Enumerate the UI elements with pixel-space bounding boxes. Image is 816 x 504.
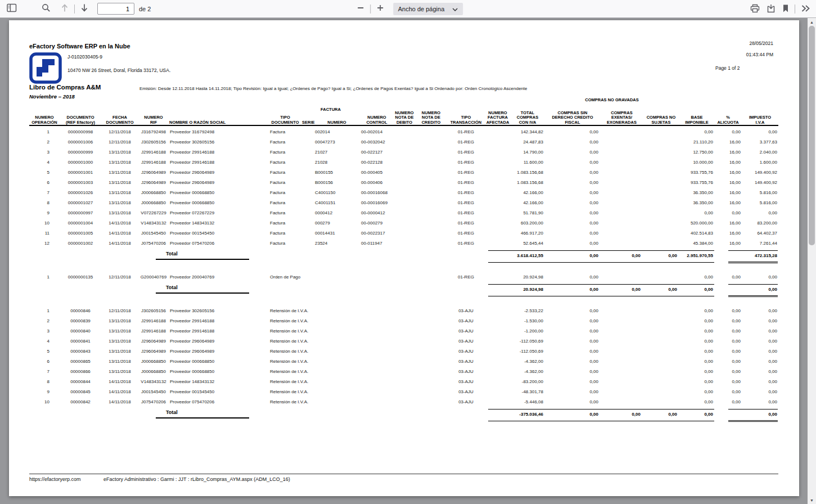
table-cell [485,272,511,282]
table-cell [415,238,447,249]
column-group-header: COMPRAS NO GRAVADAS [544,97,679,102]
table-cell: 16,00 [714,198,742,208]
table-cell: J316792498 [138,127,169,137]
table-cell [643,377,679,387]
table-cell: 0,00 [714,367,742,377]
table-cell: 3 [29,326,60,336]
table-cell: J302605156 [138,137,169,147]
table-cell: 00-002014 [360,127,394,137]
table-cell: -1.200,00 [511,326,544,336]
table-cell: 1 [29,272,60,282]
next-page-button[interactable] [78,2,91,16]
table-cell: J299146188 [138,147,169,158]
table-cell [394,158,415,168]
table-cell [314,346,360,357]
table-cell: 24.487,83 [511,137,544,147]
table-cell [643,238,679,249]
scroll-up-icon[interactable]: ▲ [808,18,816,26]
table-cell [485,397,511,407]
table-cell: Proveedor 299146188 [169,158,269,168]
table-cell [394,367,415,377]
previous-page-button[interactable] [58,2,71,16]
table-cell [415,306,447,316]
table-cell [415,285,447,295]
table-cell: 01-REG [447,188,485,198]
table-row: 3000000099913/11/2018J299146188Proveedor… [29,147,778,158]
scrollbar-thumb[interactable] [809,26,815,245]
table-cell: 0,00 [714,357,742,367]
table-cell [360,367,394,377]
table-cell [485,158,511,168]
table-cell [601,326,643,336]
bookmark-button[interactable] [780,2,791,16]
bookmark-icon [782,4,789,15]
zoom-out-button[interactable] [354,2,367,16]
table-cell [643,346,679,357]
table-cell [643,367,679,377]
table-cell [485,357,511,367]
table-cell: 51.781,90 [511,208,544,218]
table-cell [415,387,447,397]
table-cell: 03-AJU [447,387,485,397]
column-header: NUMERO [314,120,360,125]
table-cell: 10.000,00 [679,158,714,168]
column-header: DOCUMENTO (REF Efactory) [60,115,101,125]
table-cell: Factura [269,168,301,178]
table-cell: 14/11/2018 [101,218,138,228]
table-cell: 1 [29,306,60,316]
table-cell: 0,00 [544,218,601,228]
table-cell: 13/11/2018 [101,357,138,367]
table-row: 9000000099713/11/2018V072267229Proveedor… [29,208,778,218]
table-cell: 42.166,00 [511,188,544,198]
table-cell [360,272,394,282]
table-cell: Proveedor 072267229 [169,208,269,218]
table-cell [360,377,394,387]
table-cell: 01-REG [447,168,485,178]
table-cell [301,410,314,420]
table-cell [301,168,314,178]
table-cell [447,251,485,261]
table-cell [101,251,138,261]
table-cell [415,178,447,188]
table-cell: -1.530,00 [511,316,544,326]
table-cell: 14/11/2018 [101,238,138,249]
table-cell: 16,00 [714,147,742,158]
scroll-down-icon[interactable]: ▼ [808,496,816,504]
table-cell: 3.377,63 [742,137,778,147]
table-cell: 16,00 [714,178,742,188]
table-cell [714,251,742,261]
table-row: 7000000102613/11/2018J000668850Proveedor… [29,188,778,198]
table-cell [301,377,314,387]
table-cell: 0000001003 [60,178,101,188]
save-button[interactable] [764,2,778,16]
tools-menu-button[interactable] [799,2,813,16]
table-cell: 0000000997 [60,208,101,218]
table-cell: 0,00 [544,168,601,178]
table-cell: J299146188 [138,326,169,336]
table-cell [301,198,314,208]
table-cell: 13/11/2018 [101,147,138,158]
table-cell: Proveedor 200040769 [169,272,269,282]
table-cell: 03-AJU [447,397,485,407]
table-cell [394,178,415,188]
table-cell: 0,00 [714,127,742,137]
column-header: COMPRAS NO SUJETAS [643,115,679,125]
table-cell [301,367,314,377]
table-cell [301,208,314,218]
table-cell [301,228,314,238]
zoom-in-button[interactable] [374,2,386,16]
table-row: 10000084612/11/2018J302605156Proveedor 3… [29,306,778,316]
table-cell: 0,00 [714,208,742,218]
table-cell: 7 [29,188,60,198]
search-button[interactable] [39,2,53,16]
print-button[interactable] [748,2,762,16]
table-cell [360,285,394,295]
table-cell: 14/11/2018 [101,228,138,238]
zoom-select[interactable]: Ancho de página [393,3,463,15]
pdf-page: eFactory Software ERP en la Nube J-01020… [9,20,799,496]
table-cell: 12.750,00 [679,147,714,158]
sidebar-toggle-button[interactable] [4,2,19,16]
page-number-input[interactable] [97,3,134,15]
table-cell: 0,00 [742,410,778,420]
table-cell: 12 [29,238,60,249]
